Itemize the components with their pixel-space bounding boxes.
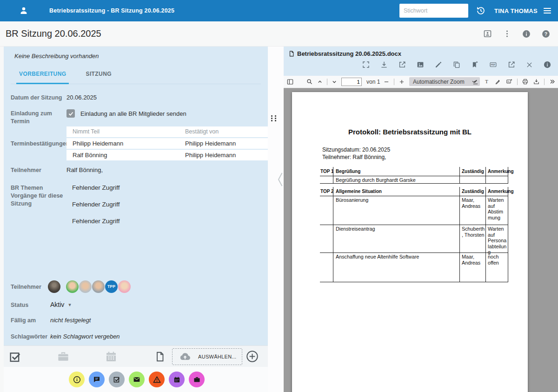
file-icon bbox=[288, 50, 295, 57]
field-label: Fällig am bbox=[11, 316, 50, 325]
pdf-export-icon[interactable]: PDF bbox=[489, 60, 498, 69]
invite-checkbox-label: Einladung an alle BR Mitglieder senden bbox=[80, 110, 186, 118]
page-count-label: von 1 bbox=[366, 79, 380, 85]
tab-bar: VORBEREITUNG SITZUNG bbox=[11, 71, 261, 84]
document-meta-date: Sitzungsdatum: 20.06.2025 bbox=[322, 146, 528, 153]
field-einladung: Einladung zum Termin Einladung an alle B… bbox=[11, 109, 261, 126]
quick-action-bar bbox=[4, 367, 268, 392]
download-icon[interactable] bbox=[380, 60, 388, 69]
find-icon[interactable] bbox=[306, 78, 313, 85]
field-datum: Datum der Sitzung 20.06.2025 bbox=[11, 93, 261, 102]
add-image-icon[interactable] bbox=[505, 78, 513, 85]
page-icon[interactable] bbox=[154, 351, 166, 363]
avatar[interactable] bbox=[79, 280, 92, 293]
table-row[interactable]: Ralf Bönning Philipp Heidemann bbox=[66, 150, 268, 160]
field-label: BR Themen Vorgänge für diese Sitzung bbox=[11, 184, 66, 208]
search-input[interactable] bbox=[399, 4, 468, 18]
draw-icon[interactable] bbox=[494, 78, 501, 85]
open-external-icon[interactable] bbox=[398, 60, 406, 69]
field-label: Status bbox=[11, 301, 50, 309]
copy-icon[interactable] bbox=[452, 60, 461, 69]
briefcase-icon[interactable] bbox=[56, 350, 71, 364]
help-icon[interactable]: ? bbox=[541, 29, 551, 39]
invite-checkbox[interactable] bbox=[66, 109, 75, 118]
user-name[interactable]: TINA THOMAS bbox=[494, 7, 538, 14]
zoom-out-icon[interactable] bbox=[383, 79, 390, 85]
field-terminbestaetigungen: Terminbestätigungen Nimmt Teil Bestätigt… bbox=[11, 126, 261, 160]
calendar-quick-icon[interactable] bbox=[169, 372, 185, 387]
bookmark-add-icon[interactable] bbox=[471, 60, 479, 69]
mail-quick-icon[interactable] bbox=[129, 372, 145, 387]
zoom-select[interactable]: Automatischer Zoom bbox=[409, 77, 480, 86]
confirmations-table: Nimmt Teil Bestätigt von Philipp Heidema… bbox=[66, 126, 268, 160]
more-tools-icon[interactable] bbox=[549, 78, 556, 85]
kebab-menu-icon[interactable] bbox=[503, 29, 512, 38]
add-circle-icon[interactable] bbox=[246, 350, 259, 363]
highlight-icon[interactable] bbox=[472, 78, 479, 85]
warning-quick-icon[interactable] bbox=[149, 372, 165, 387]
agenda-table-top2: TOP 2 Allgemeine Situation Zuständig Anm… bbox=[320, 187, 508, 282]
avatar[interactable] bbox=[92, 280, 105, 293]
history-icon[interactable] bbox=[476, 6, 486, 16]
confirmations-table-header: Nimmt Teil Bestätigt von bbox=[66, 126, 268, 137]
avatar-badge[interactable]: TPP bbox=[105, 280, 118, 293]
field-schlagwoerter: Schlagwörter kein Schlagwort vergeben bbox=[11, 332, 261, 341]
edit-icon[interactable] bbox=[434, 60, 443, 69]
tab-sitzung[interactable]: SITZUNG bbox=[83, 71, 114, 84]
info-icon[interactable] bbox=[543, 60, 551, 69]
column-header: Nimmt Teil bbox=[66, 128, 184, 136]
status-dropdown[interactable]: Aktiv ▾ bbox=[50, 301, 261, 309]
avatar[interactable] bbox=[48, 280, 60, 293]
open-external-icon[interactable] bbox=[507, 60, 516, 69]
tab-vorbereitung[interactable]: VORBEREITUNG bbox=[16, 71, 69, 84]
pdf-toolbar: von 1 Automatischer Zoom T bbox=[284, 76, 558, 88]
image-icon[interactable] bbox=[416, 60, 425, 69]
close-icon[interactable] bbox=[525, 61, 533, 69]
file-name: Betriebsratssitzung 20.06.2025.docx bbox=[297, 50, 401, 57]
zoom-in-icon[interactable] bbox=[399, 79, 405, 85]
avatar[interactable] bbox=[118, 280, 131, 293]
drag-handle-icon[interactable] bbox=[271, 115, 278, 121]
document-title: Protokoll: Betriebsratssitzung mit BL bbox=[292, 128, 528, 136]
previous-page-icon[interactable] bbox=[317, 79, 323, 85]
menu-icon[interactable] bbox=[542, 6, 552, 16]
field-value: Ralf Bönning, bbox=[66, 166, 261, 174]
next-page-icon[interactable] bbox=[331, 79, 338, 85]
pdf-canvas-area[interactable]: Protokoll: Betriebsratssitzung mit BL Si… bbox=[284, 88, 558, 392]
detail-panel: Keine Beschreibung vorhanden VORBEREITUN… bbox=[4, 47, 268, 392]
missing-access-item: Fehlender Zugriff bbox=[72, 184, 261, 192]
text-tool-icon[interactable]: T bbox=[483, 78, 490, 85]
document-meta-participants: Teilnehmer: Ralf Bönning, bbox=[322, 153, 528, 161]
missing-access-item: Fehlender Zugriff bbox=[72, 217, 261, 225]
participant-avatars: TPP bbox=[48, 280, 261, 293]
print-icon[interactable] bbox=[522, 78, 529, 85]
field-teilnehmer: Teilnehmer Ralf Bönning, bbox=[11, 166, 261, 174]
calendar-icon[interactable] bbox=[104, 350, 118, 364]
column-header: Bestätigt von bbox=[184, 128, 268, 136]
chat-quick-icon[interactable] bbox=[89, 372, 105, 387]
user-icon[interactable] bbox=[19, 6, 29, 16]
avatar[interactable] bbox=[66, 280, 79, 293]
panel-splitter[interactable] bbox=[268, 47, 284, 392]
task-checkbox-icon[interactable] bbox=[8, 350, 21, 363]
viewer-actions: PDF bbox=[284, 60, 551, 69]
table-row[interactable]: Philipp Heidemann Philipp Heidemann bbox=[66, 138, 268, 149]
top-app-bar: Betriebsratssitzung - BR Sitzung 20.06.2… bbox=[0, 0, 558, 21]
briefcase-quick-icon[interactable] bbox=[189, 372, 205, 387]
page-number-input[interactable] bbox=[341, 78, 362, 86]
field-faellig: Fällig am nicht festgelegt bbox=[11, 316, 261, 325]
save-icon[interactable] bbox=[533, 78, 540, 85]
page-title: BR Sitzung 20.06.2025 bbox=[6, 28, 101, 39]
info-quick-icon[interactable] bbox=[69, 372, 85, 387]
task-quick-icon[interactable] bbox=[109, 372, 125, 387]
info-icon[interactable] bbox=[522, 29, 531, 39]
sidebar-toggle-icon[interactable] bbox=[286, 78, 294, 86]
upload-dropzone[interactable]: AUSWÄHLEN... bbox=[172, 348, 242, 365]
svg-text:PDF: PDF bbox=[491, 64, 496, 66]
contact-badge-icon[interactable] bbox=[483, 29, 492, 39]
description-text: Keine Beschreibung vorhanden bbox=[14, 53, 260, 60]
fullscreen-icon[interactable] bbox=[362, 60, 370, 69]
agenda-row: Anschaffung neue Altenhilfe Software Maa… bbox=[320, 253, 508, 282]
collapse-left-icon[interactable] bbox=[277, 171, 284, 188]
field-value: kein Schlagwort vergeben bbox=[50, 332, 261, 340]
